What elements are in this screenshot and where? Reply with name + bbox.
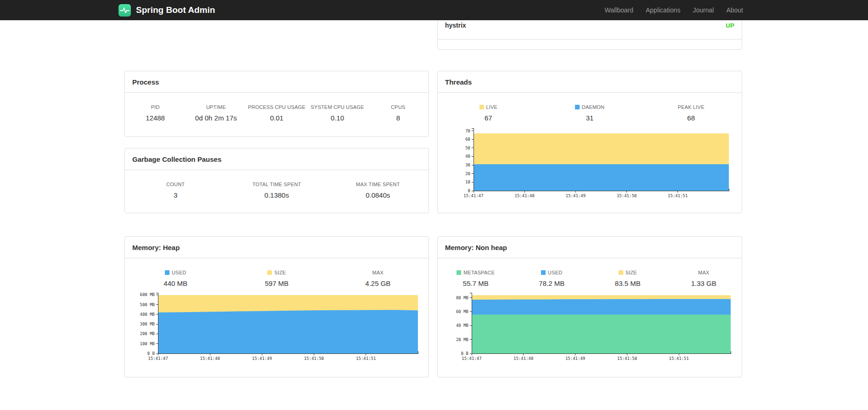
legend-live: LIVE 67 <box>438 104 539 122</box>
svg-text:15:41:51: 15:41:51 <box>668 194 688 198</box>
svg-text:500 MB: 500 MB <box>140 302 155 307</box>
svg-text:200 MB: 200 MB <box>140 331 155 336</box>
svg-text:400 MB: 400 MB <box>140 312 155 317</box>
stat-system-cpu: SYSTEM CPU USAGE 0.10 <box>307 104 368 122</box>
legend-swatch-daemon <box>575 105 580 109</box>
memory-nonheap-area-chart: 80 MB60 MB40 MB20 MB0 B15:41:4715:41:481… <box>447 290 734 362</box>
svg-text:0 B: 0 B <box>147 351 155 356</box>
card-title: Memory: Heap <box>125 237 428 258</box>
svg-text:15:41:51: 15:41:51 <box>356 356 376 361</box>
svg-text:80 MB: 80 MB <box>456 296 468 300</box>
stat-gc-max-time: MAX TIME SPENT 0.0840s <box>327 182 428 199</box>
memory-heap-area-chart: 600 MB500 MB400 MB300 MB200 MB100 MB0 B1… <box>132 290 422 362</box>
legend-swatch-used <box>541 270 546 275</box>
stat-process-cpu: PROCESS CPU USAGE 0.01 <box>246 104 307 122</box>
card-title: Process <box>125 71 428 93</box>
svg-text:15:41:51: 15:41:51 <box>669 356 689 361</box>
legend-max: MAX 1.33 GB <box>666 270 742 287</box>
legend-max: MAX 4.25 GB <box>327 270 428 287</box>
legend-swatch-live <box>479 105 484 109</box>
svg-text:15:41:50: 15:41:50 <box>304 356 324 361</box>
legend-daemon: DAEMON 31 <box>539 104 641 122</box>
svg-text:300 MB: 300 MB <box>140 322 155 326</box>
nav-item-applications[interactable]: Applications <box>646 6 681 14</box>
svg-text:15:41:48: 15:41:48 <box>513 356 533 361</box>
gc-stats: COUNT 3 TOTAL TIME SPENT 0.1380s MAX TIM… <box>125 170 428 199</box>
svg-text:60: 60 <box>465 137 470 142</box>
navbar: Spring Boot Admin Wallboard Applications… <box>0 0 868 20</box>
card-title: Threads <box>438 71 742 93</box>
svg-text:60 MB: 60 MB <box>456 309 468 314</box>
legend-used: USED 78.2 MB <box>514 270 590 287</box>
svg-text:40 MB: 40 MB <box>456 323 468 328</box>
svg-text:15:41:49: 15:41:49 <box>566 194 586 198</box>
svg-text:30: 30 <box>465 163 470 167</box>
svg-text:50: 50 <box>465 146 470 150</box>
nav-item-wallboard[interactable]: Wallboard <box>604 6 633 14</box>
svg-text:15:41:47: 15:41:47 <box>148 356 168 361</box>
brand[interactable]: Spring Boot Admin <box>118 0 215 20</box>
legend-peak-live: PEAK LIVE 68 <box>640 104 742 122</box>
nonheap-legend: METASPACE 55.7 MB USED 78.2 MB SIZE 83.5… <box>438 258 742 287</box>
svg-text:15:41:50: 15:41:50 <box>617 356 637 361</box>
stat-pid: PID 12488 <box>125 104 186 122</box>
legend-size: SIZE 597 MB <box>226 270 327 287</box>
svg-text:15:41:50: 15:41:50 <box>617 194 637 198</box>
legend-swatch-size <box>267 270 272 275</box>
svg-text:20: 20 <box>465 171 470 176</box>
svg-text:15:41:47: 15:41:47 <box>463 194 483 198</box>
svg-text:15:41:48: 15:41:48 <box>200 356 220 361</box>
svg-text:600 MB: 600 MB <box>140 292 155 297</box>
threads-legend: LIVE 67 DAEMON 31 PEAK LIVE 68 <box>438 93 742 122</box>
legend-used: USED 440 MB <box>125 270 226 287</box>
card-title: Garbage Collection Pauses <box>125 148 428 170</box>
status-badge: UP <box>726 22 734 29</box>
svg-text:15:41:47: 15:41:47 <box>462 356 481 361</box>
nav-item-about[interactable]: About <box>726 6 743 14</box>
legend-swatch-size <box>619 270 623 275</box>
legend-swatch-metaspace <box>457 270 461 275</box>
card-title: Memory: Non heap <box>438 237 742 258</box>
spring-boot-admin-logo-icon <box>118 4 131 17</box>
legend-size: SIZE 83.5 MB <box>590 270 666 287</box>
threads-card: Threads LIVE 67 DAEMON 31 PEAK LIVE 68 7… <box>437 71 742 213</box>
nav-links: Wallboard Applications Journal About <box>604 0 743 20</box>
heap-legend: USED 440 MB SIZE 597 MB MAX 4.25 GB <box>125 258 428 287</box>
gc-pauses-card: Garbage Collection Pauses COUNT 3 TOTAL … <box>124 148 429 213</box>
stat-gc-total-time: TOTAL TIME SPENT 0.1380s <box>226 182 327 199</box>
process-card: Process PID 12488 UPTIME 0d 0h 2m 17s PR… <box>124 71 429 137</box>
app-title: Spring Boot Admin <box>136 5 215 15</box>
memory-heap-card: Memory: Heap USED 440 MB SIZE 597 MB MAX… <box>124 236 429 377</box>
stat-cpus: CPUS 8 <box>368 104 428 122</box>
svg-text:40: 40 <box>465 154 470 159</box>
svg-text:20 MB: 20 MB <box>456 337 468 342</box>
nav-item-journal[interactable]: Journal <box>693 6 714 14</box>
threads-area-chart: 70605040302010015:41:4715:41:4815:41:491… <box>453 125 733 199</box>
svg-text:15:41:49: 15:41:49 <box>252 356 272 361</box>
legend-metaspace: METASPACE 55.7 MB <box>438 270 514 287</box>
legend-swatch-used <box>165 270 169 275</box>
process-stats: PID 12488 UPTIME 0d 0h 2m 17s PROCESS CP… <box>125 93 428 122</box>
health-indicator-name: hystrix <box>445 22 466 29</box>
svg-text:0 B: 0 B <box>461 351 468 356</box>
stat-uptime: UPTIME 0d 0h 2m 17s <box>186 104 246 122</box>
svg-text:15:41:49: 15:41:49 <box>565 356 585 361</box>
stat-gc-count: COUNT 3 <box>125 182 226 199</box>
svg-text:15:41:48: 15:41:48 <box>515 194 535 198</box>
memory-nonheap-card: Memory: Non heap METASPACE 55.7 MB USED … <box>437 236 742 377</box>
svg-text:100 MB: 100 MB <box>140 342 155 346</box>
svg-text:10: 10 <box>465 180 470 184</box>
svg-text:0: 0 <box>468 188 470 193</box>
svg-text:70: 70 <box>465 129 470 133</box>
